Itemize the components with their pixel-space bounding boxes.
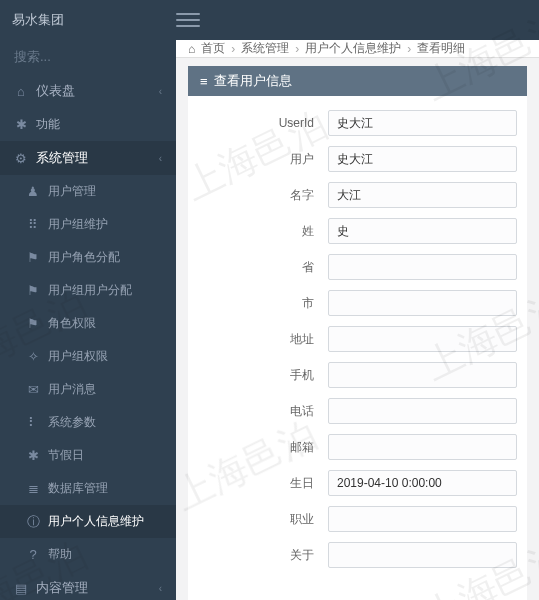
- breadcrumb: ⌂ 首页› 系统管理› 用户个人信息维护› 查看明细: [176, 40, 539, 58]
- input-email[interactable]: [328, 434, 517, 460]
- sidebar: 搜索... ⌂仪表盘‹ ✱功能 ⚙系统管理‹ ♟用户管理 ⠿用户组维护 ⚑用户角…: [0, 40, 176, 600]
- sidebar-item-groupperm[interactable]: ✧用户组权限: [0, 340, 176, 373]
- bc-home[interactable]: 首页: [201, 40, 225, 57]
- user-icon: ♟: [26, 185, 40, 199]
- label-province: 省: [198, 259, 328, 276]
- chevron-left-icon: ‹: [159, 583, 162, 594]
- hamburger-icon[interactable]: [176, 8, 200, 32]
- label-user: 用户: [198, 151, 328, 168]
- bc-userinfo[interactable]: 用户个人信息维护: [305, 40, 401, 57]
- label-surname: 姓: [198, 223, 328, 240]
- file-icon: ▤: [14, 581, 28, 595]
- sidebar-item-dbmgmt[interactable]: ≣数据库管理: [0, 472, 176, 505]
- label-name: 名字: [198, 187, 328, 204]
- label-phone: 电话: [198, 403, 328, 420]
- label-about: 关于: [198, 547, 328, 564]
- panel-title: 查看用户信息: [214, 72, 292, 90]
- sidebar-item-holiday[interactable]: ✱节假日: [0, 439, 176, 472]
- input-address[interactable]: [328, 326, 517, 352]
- sidebar-item-contentmgmt[interactable]: ▤内容管理‹: [0, 571, 176, 600]
- sidebar-item-groupmaint[interactable]: ⠿用户组维护: [0, 208, 176, 241]
- label-city: 市: [198, 295, 328, 312]
- search-input[interactable]: 搜索...: [0, 40, 176, 74]
- label-birthday: 生日: [198, 475, 328, 492]
- flag-icon: ⚑: [26, 284, 40, 298]
- sidebar-item-dashboard[interactable]: ⌂仪表盘‹: [0, 74, 176, 108]
- panel-header: ≡ 查看用户信息: [188, 66, 527, 96]
- content: ⌂ 首页› 系统管理› 用户个人信息维护› 查看明细 ≡ 查看用户信息 User…: [176, 40, 539, 600]
- label-occupation: 职业: [198, 511, 328, 528]
- help-icon: ?: [26, 548, 40, 562]
- bc-detail: 查看明细: [417, 40, 465, 57]
- chevron-left-icon: ‹: [159, 153, 162, 164]
- input-surname[interactable]: [328, 218, 517, 244]
- flag-icon: ⚑: [26, 251, 40, 265]
- label-address: 地址: [198, 331, 328, 348]
- sidebar-item-roleassign[interactable]: ⚑用户角色分配: [0, 241, 176, 274]
- sidebar-item-sysparam[interactable]: ⠇系统参数: [0, 406, 176, 439]
- sidebar-item-sysmgmt[interactable]: ⚙系统管理‹: [0, 141, 176, 175]
- calendar-icon: ✱: [26, 449, 40, 463]
- topbar: 易水集团: [0, 0, 539, 40]
- label-mobile: 手机: [198, 367, 328, 384]
- sidebar-item-functions[interactable]: ✱功能: [0, 108, 176, 141]
- database-icon: ≣: [26, 482, 40, 496]
- message-icon: ✉: [26, 383, 40, 397]
- input-occupation[interactable]: [328, 506, 517, 532]
- main-wrap: 搜索... ⌂仪表盘‹ ✱功能 ⚙系统管理‹ ♟用户管理 ⠿用户组维护 ⚑用户角…: [0, 40, 539, 600]
- cogs-icon: ⚙: [14, 151, 28, 165]
- brand: 易水集团: [12, 11, 176, 29]
- input-user[interactable]: [328, 146, 517, 172]
- input-userid[interactable]: [328, 110, 517, 136]
- input-name[interactable]: [328, 182, 517, 208]
- sliders-icon: ⠇: [26, 416, 40, 430]
- input-city[interactable]: [328, 290, 517, 316]
- input-about[interactable]: [328, 542, 517, 568]
- input-province[interactable]: [328, 254, 517, 280]
- input-birthday[interactable]: [328, 470, 517, 496]
- sidebar-item-usermsg[interactable]: ✉用户消息: [0, 373, 176, 406]
- dashboard-icon: ⌂: [14, 84, 28, 98]
- list-icon: ≡: [200, 74, 208, 89]
- label-email: 邮箱: [198, 439, 328, 456]
- info-icon: ⓘ: [26, 515, 40, 529]
- input-mobile[interactable]: [328, 362, 517, 388]
- input-phone[interactable]: [328, 398, 517, 424]
- sidebar-item-roleperm[interactable]: ⚑角色权限: [0, 307, 176, 340]
- home-icon: ⌂: [188, 42, 195, 56]
- sidebar-search-placeholder: 搜索...: [14, 48, 51, 66]
- label-userid: UserId: [198, 116, 328, 130]
- wrench-icon: ✧: [26, 350, 40, 364]
- gear-icon: ✱: [14, 118, 28, 132]
- sidebar-item-userinfo[interactable]: ⓘ用户个人信息维护: [0, 505, 176, 538]
- sidebar-item-usermgmt[interactable]: ♟用户管理: [0, 175, 176, 208]
- flag-icon: ⚑: [26, 317, 40, 331]
- chevron-left-icon: ‹: [159, 86, 162, 97]
- bc-sysmgmt[interactable]: 系统管理: [241, 40, 289, 57]
- sidebar-item-help[interactable]: ?帮助: [0, 538, 176, 571]
- form-body: UserId 用户 名字 姓 省 市 地址 手机 电话 邮箱 生日 职业 关于: [188, 96, 527, 600]
- sidebar-item-groupuser[interactable]: ⚑用户组用户分配: [0, 274, 176, 307]
- users-icon: ⠿: [26, 218, 40, 232]
